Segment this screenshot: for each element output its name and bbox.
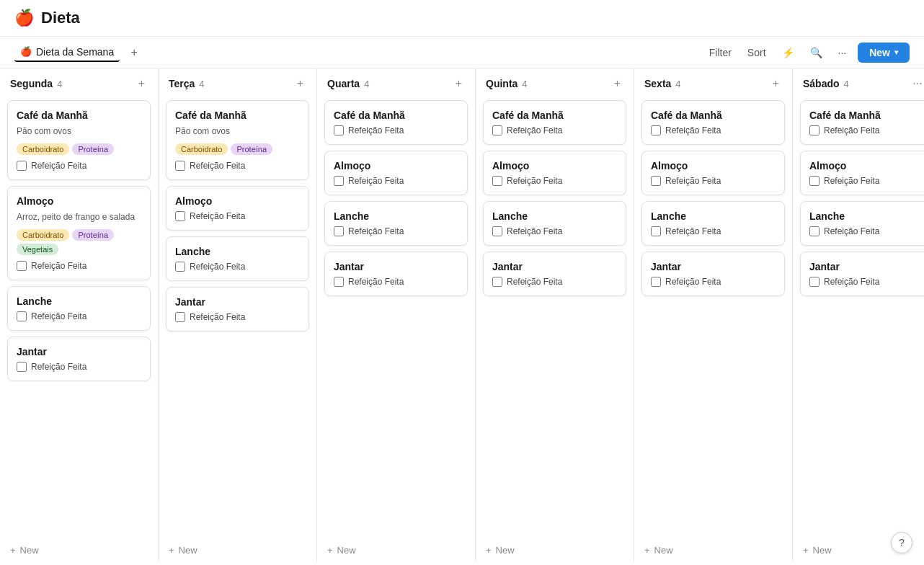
card-checkbox-row-qi2: Refeição Feita — [492, 176, 617, 186]
card-checkbox-t3[interactable] — [175, 262, 185, 272]
column-add-new-terca[interactable]: +New — [159, 539, 316, 561]
tag-carb-t1[interactable]: Carboidrato — [175, 143, 228, 155]
card-qi3[interactable]: LancheRefeição Feita — [483, 201, 626, 246]
card-t1[interactable]: Café da ManhãPão com ovosCarboidratoProt… — [166, 100, 309, 180]
card-checkbox-label-qi4: Refeição Feita — [507, 277, 562, 287]
card-checkbox-s1[interactable] — [17, 161, 27, 171]
column-add-new-sexta[interactable]: +New — [634, 539, 792, 561]
card-q3[interactable]: LancheRefeição Feita — [324, 201, 468, 246]
card-title-t4: Jantar — [175, 296, 300, 308]
column-add-new-segunda[interactable]: +New — [0, 539, 158, 561]
column-header-actions-segunda: + — [136, 76, 148, 92]
filter-button[interactable]: Filter — [705, 44, 736, 61]
card-checkbox-s4[interactable] — [17, 362, 27, 372]
card-checkbox-row-sx4: Refeição Feita — [651, 277, 776, 287]
column-cards-sexta: Café da ManhãRefeição FeitaAlmoçoRefeiçã… — [634, 97, 792, 539]
column-add-button-sexta[interactable]: + — [770, 76, 782, 92]
column-header-actions-quinta: + — [611, 76, 623, 92]
card-s3[interactable]: LancheRefeição Feita — [7, 286, 151, 331]
column-quinta: Quinta4+Café da ManhãRefeição FeitaAlmoç… — [476, 68, 634, 561]
tag-veg-s2[interactable]: Vegetais — [17, 244, 58, 255]
card-checkbox-t4[interactable] — [175, 312, 185, 322]
card-s2[interactable]: AlmoçoArroz, peito de frango e saladaCar… — [7, 186, 151, 280]
card-checkbox-q1[interactable] — [334, 125, 344, 135]
tag-carb-s1[interactable]: Carboidrato — [17, 143, 69, 155]
column-add-button-terca[interactable]: + — [294, 76, 306, 92]
column-add-button-quarta[interactable]: + — [453, 76, 465, 92]
card-checkbox-row-sa3: Refeição Feita — [809, 226, 924, 236]
card-qi2[interactable]: AlmoçoRefeição Feita — [483, 151, 626, 195]
card-sa4[interactable]: JantarRefeição Feita — [800, 252, 924, 296]
card-q4[interactable]: JantarRefeição Feita — [324, 252, 468, 296]
card-title-s1: Café da Manhã — [17, 110, 141, 121]
card-checkbox-sx1[interactable] — [651, 125, 661, 135]
lightning-button[interactable]: ⚡ — [778, 44, 799, 61]
column-add-button-segunda[interactable]: + — [136, 76, 148, 92]
card-checkbox-s2[interactable] — [17, 261, 27, 271]
column-add-new-quinta[interactable]: +New — [476, 539, 634, 561]
card-t2[interactable]: AlmoçoRefeição Feita — [166, 186, 309, 231]
card-sa3[interactable]: LancheRefeição Feita — [800, 201, 924, 246]
card-checkbox-row-qi4: Refeição Feita — [492, 277, 617, 287]
card-title-q4: Jantar — [334, 261, 458, 272]
card-checkbox-label-sa1: Refeição Feita — [824, 125, 879, 135]
card-tags-s1: CarboidratoProteína — [17, 143, 141, 155]
tag-protein-s1[interactable]: Proteína — [72, 143, 114, 155]
column-count-sabado: 4 — [844, 79, 849, 89]
column-more-button-sabado[interactable]: ··· — [910, 76, 924, 92]
card-t3[interactable]: LancheRefeição Feita — [166, 236, 309, 281]
card-qi1[interactable]: Café da ManhãRefeição Feita — [483, 100, 626, 145]
card-q2[interactable]: AlmoçoRefeição Feita — [324, 151, 468, 195]
card-q1[interactable]: Café da ManhãRefeição Feita — [324, 100, 468, 145]
plus-icon-quarta: + — [327, 545, 333, 556]
card-checkbox-label-s1: Refeição Feita — [31, 161, 86, 171]
tag-protein-t1[interactable]: Proteína — [231, 143, 272, 155]
card-title-q1: Café da Manhã — [334, 110, 458, 121]
tag-protein-s2[interactable]: Proteína — [72, 229, 114, 241]
card-t4[interactable]: JantarRefeição Feita — [166, 287, 309, 332]
card-s1[interactable]: Café da ManhãPão com ovosCarboidratoProt… — [7, 100, 151, 180]
card-s4[interactable]: JantarRefeição Feita — [7, 337, 151, 381]
card-checkbox-row-s3: Refeição Feita — [17, 311, 141, 321]
add-tab-button[interactable]: + — [125, 44, 143, 61]
card-checkbox-qi2[interactable] — [492, 176, 502, 186]
card-checkbox-qi4[interactable] — [492, 277, 502, 287]
nav-tab-dieta-da-semana[interactable]: 🍎 Dieta da Semana — [14, 43, 120, 62]
card-checkbox-t1[interactable] — [175, 161, 185, 171]
card-checkbox-sx2[interactable] — [651, 176, 661, 186]
card-checkbox-sa3[interactable] — [809, 226, 819, 236]
card-sa1[interactable]: Café da ManhãRefeição Feita — [800, 100, 924, 145]
nav-left: 🍎 Dieta da Semana + — [14, 43, 143, 62]
card-checkbox-q3[interactable] — [334, 226, 344, 236]
tag-carb-s2[interactable]: Carboidrato — [17, 229, 69, 241]
search-button[interactable]: 🔍 — [806, 44, 827, 61]
column-add-button-quinta[interactable]: + — [611, 76, 623, 92]
new-button-label: New — [869, 47, 890, 58]
card-sa2[interactable]: AlmoçoRefeição Feita — [800, 151, 924, 195]
card-checkbox-qi3[interactable] — [492, 226, 502, 236]
new-button[interactable]: New ▾ — [858, 43, 910, 63]
card-checkbox-label-sx1: Refeição Feita — [665, 125, 721, 135]
card-checkbox-sa4[interactable] — [809, 277, 819, 287]
card-sx3[interactable]: LancheRefeição Feita — [641, 201, 785, 246]
card-sx1[interactable]: Café da ManhãRefeição Feita — [641, 100, 785, 145]
card-sx2[interactable]: AlmoçoRefeição Feita — [641, 151, 785, 195]
card-checkbox-row-qi1: Refeição Feita — [492, 125, 617, 135]
card-checkbox-q4[interactable] — [334, 277, 344, 287]
card-qi4[interactable]: JantarRefeição Feita — [483, 252, 626, 296]
card-checkbox-sa2[interactable] — [809, 176, 819, 186]
card-checkbox-sx4[interactable] — [651, 277, 661, 287]
help-button[interactable]: ? — [891, 532, 912, 553]
card-checkbox-qi1[interactable] — [492, 125, 502, 135]
card-checkbox-s3[interactable] — [17, 311, 27, 321]
column-header-actions-quarta: + — [453, 76, 465, 92]
card-checkbox-sa1[interactable] — [809, 125, 819, 135]
sort-button[interactable]: Sort — [743, 44, 770, 61]
plus-icon-quinta: + — [486, 545, 492, 556]
card-sx4[interactable]: JantarRefeição Feita — [641, 252, 785, 296]
card-checkbox-q2[interactable] — [334, 176, 344, 186]
card-checkbox-sx3[interactable] — [651, 226, 661, 236]
column-add-new-quarta[interactable]: +New — [317, 539, 475, 561]
card-checkbox-t2[interactable] — [175, 211, 185, 221]
more-button[interactable]: ··· — [834, 44, 851, 61]
